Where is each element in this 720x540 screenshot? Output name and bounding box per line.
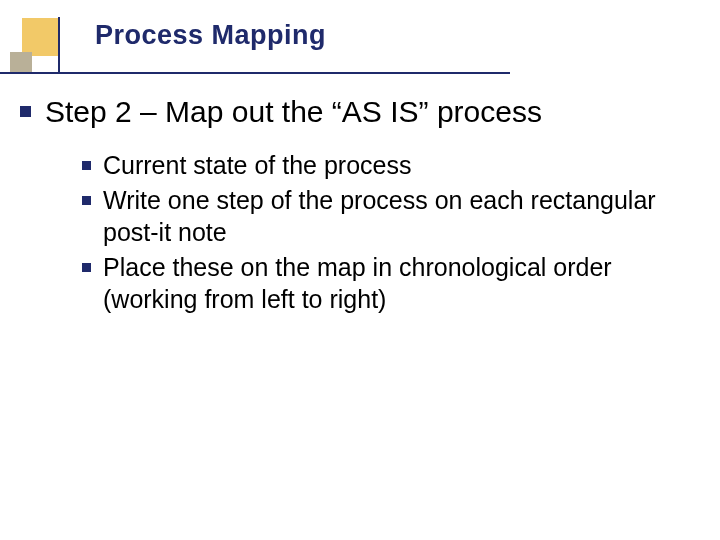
bullet-level2: Place these on the map in chronological … <box>82 251 680 316</box>
bullet-level2: Current state of the process <box>82 149 680 182</box>
decor-square-gold <box>22 18 60 56</box>
square-bullet-icon <box>82 263 91 272</box>
decor-square-gray <box>10 52 32 74</box>
square-bullet-icon <box>20 106 31 117</box>
bullet-level2-list: Current state of the process Write one s… <box>82 149 680 316</box>
decor-line-vertical <box>58 17 60 73</box>
slide: Process Mapping Step 2 – Map out the “AS… <box>0 0 720 540</box>
bullet-level2-text: Place these on the map in chronological … <box>103 251 680 316</box>
slide-content: Step 2 – Map out the “AS IS” process Cur… <box>20 92 680 318</box>
bullet-level1-text: Step 2 – Map out the “AS IS” process <box>45 92 542 131</box>
square-bullet-icon <box>82 196 91 205</box>
bullet-level2-text: Write one step of the process on each re… <box>103 184 680 249</box>
decor-line-horizontal <box>0 72 510 74</box>
bullet-level2-text: Current state of the process <box>103 149 411 182</box>
bullet-level2: Write one step of the process on each re… <box>82 184 680 249</box>
bullet-level1: Step 2 – Map out the “AS IS” process <box>20 92 680 131</box>
square-bullet-icon <box>82 161 91 170</box>
slide-title: Process Mapping <box>95 20 326 51</box>
